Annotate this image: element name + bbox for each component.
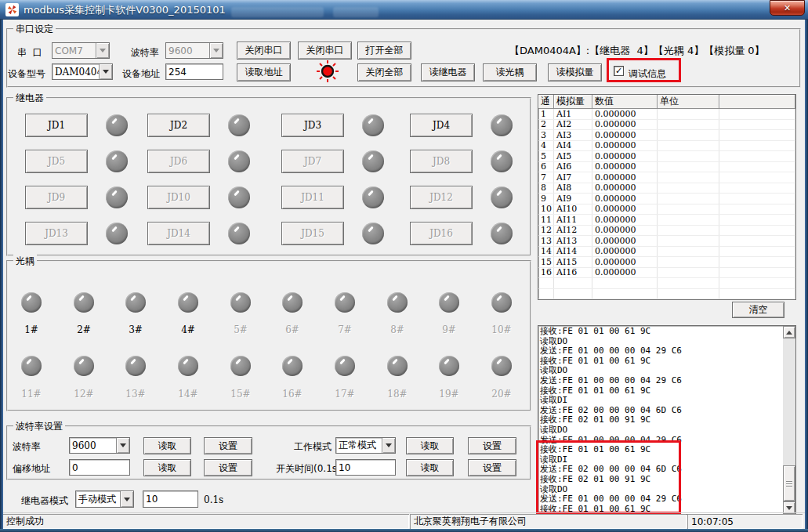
table-header-cell: 模拟量	[554, 95, 592, 109]
cell-value: 0.000000	[592, 151, 658, 161]
opto-led-10-icon	[491, 292, 512, 313]
opto-channel-label: 19#	[436, 389, 462, 400]
opto-led-7-icon	[335, 292, 355, 313]
cell-extra	[719, 226, 795, 236]
relay-mode-select[interactable]: 手动模式	[75, 490, 134, 508]
cell-analog-name: AI6	[554, 162, 592, 172]
relay-button-jd16: JD16	[410, 222, 473, 245]
opto-led-17-icon	[335, 356, 355, 376]
cell-channel: 16	[538, 268, 554, 278]
log-line: 接收:FE 02 01 00 91 9C	[540, 475, 771, 485]
table-row: 5AI50.000000	[538, 151, 795, 162]
cell-analog-name: AI4	[554, 141, 592, 151]
switch-time-set-button[interactable]: 设置	[468, 459, 516, 476]
cell-unit	[658, 120, 719, 130]
close-all-button[interactable]: 关闭全部	[357, 63, 411, 81]
baud-group-label: 波特率设置	[13, 420, 65, 433]
table-header-cell: 通	[538, 95, 554, 109]
opto-led-9-icon	[439, 292, 459, 313]
scroll-up-icon[interactable]	[783, 326, 795, 338]
opto-channel-label: 20#	[488, 389, 515, 400]
app-window: modbus采集控制卡软件V0300_20150101 ✕ 串口设定 串 口 C…	[0, 0, 808, 532]
opto-channel-label: 9#	[436, 324, 462, 335]
offset-addr-input[interactable]: 0	[69, 459, 130, 476]
opto-led-6-icon	[282, 292, 303, 313]
cell-analog-name: AI7	[554, 172, 592, 183]
read-opto-button[interactable]: 读光耦	[483, 63, 537, 81]
relay-led-jd4-icon	[491, 114, 513, 136]
cell-analog-name: AI3	[554, 130, 592, 140]
window-border-bottom	[0, 529, 808, 532]
cell-extra	[719, 141, 795, 151]
titlebar[interactable]: modbus采集控制卡软件V0300_20150101 ✕	[0, 0, 808, 20]
opto-channel-label: 2#	[71, 324, 97, 335]
close-serial-button[interactable]: 关闭串口	[237, 42, 291, 60]
cell-analog-name: AI1	[554, 109, 592, 119]
debug-log[interactable]: 接收:FE 01 01 00 61 9C读取DO发送:FE 01 00 00 0…	[538, 325, 796, 515]
opto-led-13-icon	[125, 356, 146, 376]
debug-info-checkbox[interactable]: ✓	[614, 66, 624, 76]
baudrate-read-button[interactable]: 读取	[143, 437, 191, 454]
opto-led-4-icon	[178, 292, 198, 313]
switch-time-label: 开关时间(0.1s)	[276, 462, 341, 476]
opto-group: 光耦 1#2#3#4#5#6#7#8#9#10#11#12#13#14#15#1…	[6, 260, 531, 411]
device-model-select[interactable]: DAM0404A	[52, 63, 113, 80]
serial-group-label: 串口设定	[13, 23, 56, 36]
opto-channel-label: 7#	[332, 324, 358, 335]
offset-set-button[interactable]: 设置	[204, 459, 252, 476]
open-all-button[interactable]: 打开全部	[357, 42, 411, 60]
work-mode-set-button[interactable]: 设置	[468, 437, 516, 454]
cell-channel: 10	[538, 204, 554, 215]
offset-read-button[interactable]: 读取	[143, 459, 191, 476]
cell-analog-name: AI15	[554, 257, 592, 267]
cell-unit	[658, 109, 719, 119]
cell-analog-name: AI8	[554, 183, 592, 194]
chevron-down-icon	[209, 43, 223, 58]
relay-button-jd2[interactable]: JD2	[147, 114, 210, 137]
log-line: 接收:FE 02 01 00 91 9C	[540, 415, 771, 425]
table-header-cell: 单位	[658, 95, 719, 109]
table-row-empty	[538, 289, 795, 300]
log-line: 读取DI	[540, 396, 771, 406]
close-serial-button-2[interactable]: 关闭串口	[298, 42, 352, 60]
cell-extra	[719, 268, 795, 278]
close-button[interactable]: ✕	[770, 0, 805, 16]
switch-time-input[interactable]: 10	[335, 459, 396, 476]
relay-button-jd4[interactable]: JD4	[410, 114, 473, 137]
cell-extra	[719, 236, 795, 246]
baudrate-set-button[interactable]: 设置	[204, 437, 252, 454]
read-analog-button[interactable]: 读模拟量	[548, 63, 602, 81]
scrollbar-thumb[interactable]	[783, 465, 795, 501]
app-icon	[5, 3, 19, 16]
clear-button[interactable]: 清空	[732, 302, 784, 318]
table-header-cell: 数值	[592, 95, 658, 109]
cell-channel: 1	[538, 109, 554, 119]
cell-channel: 9	[538, 194, 554, 204]
work-mode-select[interactable]: 正常模式	[335, 437, 396, 454]
opto-channel-label: 5#	[227, 324, 254, 335]
relay-led-jd16-icon	[491, 223, 513, 244]
relay-button-jd1[interactable]: JD1	[25, 114, 88, 137]
relay-button-jd3[interactable]: JD3	[281, 114, 344, 137]
log-line: 发送:FE 01 00 00 00 04 29 C6	[540, 494, 771, 505]
read-addr-button[interactable]: 读取地址	[237, 63, 291, 81]
opto-led-16-icon	[282, 356, 303, 376]
relay-button-jd5: JD5	[25, 150, 88, 173]
opto-led-5-icon	[230, 292, 251, 313]
opto-channel-label: 11#	[18, 389, 45, 400]
baudrate-select[interactable]: 9600	[69, 437, 130, 454]
log-line: 读取DO	[540, 425, 771, 436]
log-scrollbar[interactable]	[783, 326, 795, 514]
cell-analog-name: AI2	[554, 120, 592, 130]
read-relay-button[interactable]: 读继电器	[421, 63, 475, 81]
switch-time-read-button[interactable]: 读取	[406, 459, 454, 476]
opto-channel-label: 14#	[175, 389, 201, 400]
cell-analog-name: AI14	[554, 247, 592, 257]
relay-mode-time-input[interactable]: 10	[143, 490, 198, 508]
relay-led-jd5-icon	[106, 150, 128, 172]
relay-led-jd3-icon	[362, 114, 384, 136]
work-mode-read-button[interactable]: 读取	[406, 437, 454, 454]
baudrate-label: 波特率	[13, 440, 41, 454]
cell-unit	[658, 204, 719, 215]
device-addr-input[interactable]: 254	[165, 63, 223, 80]
